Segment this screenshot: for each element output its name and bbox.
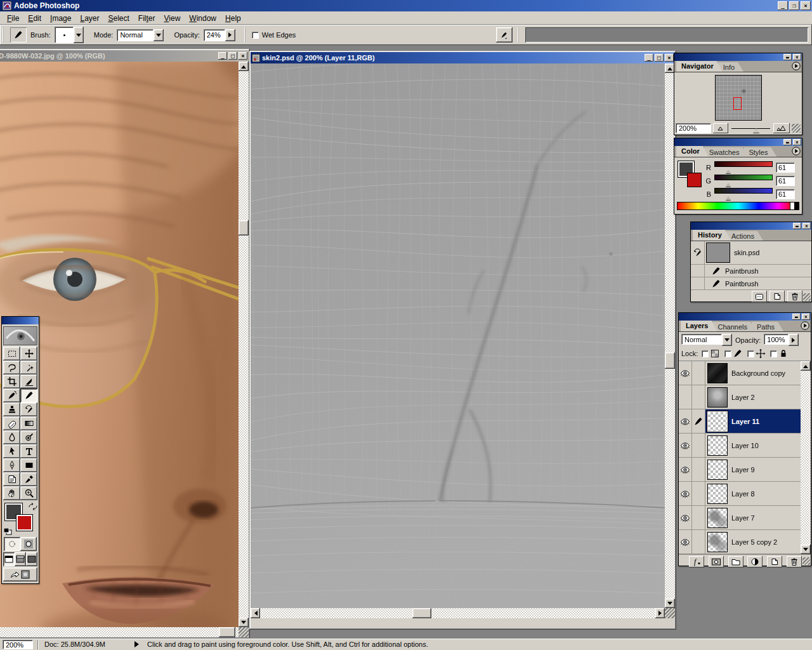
layer-link-well[interactable] — [692, 409, 705, 433]
doc-right-hscrollbar[interactable] — [251, 608, 665, 618]
navigator-menu-icon[interactable] — [791, 61, 801, 70]
add-layer-mask-icon[interactable] — [709, 556, 724, 567]
restore-icon[interactable]: ❐ — [789, 1, 799, 10]
minimize-icon[interactable]: _ — [778, 1, 788, 10]
zoom-slider-handle[interactable] — [753, 125, 759, 133]
brush-preview[interactable] — [55, 27, 74, 43]
tab-navigator[interactable]: Navigator — [676, 61, 723, 72]
layer-thumbnail[interactable] — [707, 532, 728, 552]
magic-wand-tool-button[interactable] — [20, 361, 37, 375]
tab-actions[interactable]: Actions — [726, 231, 763, 241]
layer-thumbnail[interactable] — [707, 435, 728, 456]
type-tool-button[interactable] — [20, 444, 37, 458]
channel-slider[interactable] — [714, 161, 773, 167]
layer-name[interactable]: Layer 5 copy 2 — [731, 538, 777, 546]
standard-mode-button[interactable] — [4, 537, 20, 551]
path-select-tool-button[interactable] — [3, 444, 20, 458]
layer-thumbnail[interactable] — [707, 484, 728, 504]
lock-all-option[interactable] — [770, 348, 789, 359]
layer-name[interactable]: Layer 10 — [731, 442, 759, 449]
doc-left-vscroll-thumb[interactable] — [239, 220, 249, 235]
history-close-icon[interactable]: × — [802, 223, 811, 229]
navigator-zoom-slider[interactable] — [730, 123, 771, 133]
doc-right-minimize-icon[interactable]: _ — [645, 54, 653, 62]
layers-trash-icon[interactable] — [787, 556, 802, 567]
toolbox-titlebar[interactable] — [2, 317, 39, 324]
status-menu-arrow-icon[interactable] — [134, 641, 142, 647]
new-layer-icon[interactable] — [767, 556, 782, 567]
gradient-tool-button[interactable] — [20, 416, 37, 430]
history-resize-grip[interactable] — [803, 293, 811, 301]
move-tool-button[interactable] — [20, 347, 37, 361]
color-background-swatch[interactable] — [687, 173, 702, 187]
channel-value[interactable]: 61 — [776, 176, 795, 186]
wet-edges-checkbox[interactable] — [252, 32, 259, 39]
layer-link-well[interactable] — [692, 506, 705, 529]
menu-window[interactable]: Window — [185, 13, 221, 24]
jump-to-imageready-button[interactable] — [3, 567, 37, 581]
layer-row-layer-8[interactable]: Layer 8 — [679, 482, 801, 506]
channel-slider[interactable] — [714, 175, 773, 180]
history-state-row[interactable]: Paintbrush — [691, 277, 811, 290]
airbrush-tool-button[interactable] — [3, 388, 20, 402]
brush-dropdown-arrow[interactable] — [74, 27, 84, 43]
layer-name[interactable]: Layer 11 — [731, 418, 759, 425]
default-colors-icon[interactable] — [4, 528, 12, 535]
layer-row-layer-2[interactable]: Layer 2 — [679, 385, 801, 409]
slice-tool-button[interactable] — [20, 375, 37, 388]
menu-image[interactable]: Image — [46, 13, 75, 24]
swap-colors-icon[interactable] — [28, 502, 37, 511]
layer-visibility-toggle[interactable] — [679, 530, 692, 554]
layer-effects-icon[interactable]: f — [689, 556, 704, 567]
layer-thumbnail[interactable] — [707, 387, 728, 408]
layer-row-background-copy[interactable]: Background copy — [679, 361, 801, 385]
color-ramp[interactable] — [677, 202, 799, 210]
layer-visibility-toggle[interactable] — [679, 482, 692, 505]
layer-row-layer-9[interactable]: Layer 9 — [679, 458, 801, 482]
layer-link-well[interactable] — [692, 385, 705, 409]
navigator-resize-grip[interactable] — [792, 124, 801, 133]
channel-value[interactable]: 61 — [776, 162, 795, 173]
doc-right-close-icon[interactable]: × — [665, 54, 674, 62]
status-doc-size[interactable]: Doc: 25.8M/304.9M — [44, 640, 105, 648]
doc-right-resize-grip[interactable] — [665, 608, 675, 618]
app-titlebar[interactable]: Adobe Photoshop _ ❐ × — [0, 0, 812, 11]
doc-right-titlebar[interactable]: skin2.psd @ 200% (Layer 11,RGB) _ □ × — [251, 52, 675, 63]
fullscreen-menu-button[interactable] — [15, 552, 26, 566]
tab-swatches[interactable]: Swatches — [704, 147, 749, 157]
navigator-view-box[interactable] — [733, 97, 742, 110]
color-close-icon[interactable]: × — [793, 139, 801, 145]
layer-visibility-toggle[interactable] — [679, 458, 692, 481]
toolbox-logo[interactable] — [3, 326, 37, 345]
layer-name[interactable]: Layer 9 — [731, 466, 755, 474]
tab-layers[interactable]: Layers — [681, 321, 717, 331]
brush-dynamics-button[interactable] — [496, 27, 513, 43]
close-icon[interactable]: × — [801, 1, 811, 10]
zoom-out-icon[interactable] — [713, 123, 728, 133]
doc-right-maximize-icon[interactable]: □ — [655, 54, 664, 62]
layer-link-well[interactable] — [692, 434, 705, 457]
quick-mask-mode-button[interactable] — [20, 537, 37, 551]
doc-left-hscroll-thumb[interactable] — [219, 627, 235, 637]
history-minimize-icon[interactable]: ▬ — [793, 223, 801, 229]
dodge-tool-button[interactable] — [20, 430, 37, 444]
menu-select[interactable]: Select — [103, 13, 133, 24]
channel-slider-handle[interactable] — [726, 194, 731, 200]
navigator-thumbnail[interactable] — [715, 75, 762, 121]
tab-history[interactable]: History — [693, 230, 731, 241]
paintbrush-tool-button[interactable] — [20, 388, 37, 402]
layer-row-layer-11[interactable]: Layer 11 — [679, 409, 801, 434]
history-state-label[interactable]: Paintbrush — [725, 267, 759, 275]
layer-thumbnail[interactable] — [707, 508, 728, 528]
shape-rect-tool-button[interactable] — [20, 458, 37, 472]
layer-thumbnail[interactable] — [707, 460, 728, 480]
history-trash-icon[interactable] — [787, 291, 802, 302]
navigator-zoom-value[interactable]: 200% — [676, 123, 711, 133]
layer-visibility-toggle[interactable] — [679, 409, 692, 433]
tab-paths[interactable]: Paths — [752, 322, 783, 331]
eraser-tool-button[interactable] — [3, 416, 20, 430]
layer-name[interactable]: Background copy — [731, 369, 785, 377]
document-window-right[interactable]: skin2.psd @ 200% (Layer 11,RGB) _ □ × — [249, 51, 676, 630]
doc-left-titlebar[interactable]: D-9880W-032.jpg @ 100% (RGB) _ □ × — [0, 50, 249, 62]
menu-view[interactable]: View — [160, 13, 185, 24]
